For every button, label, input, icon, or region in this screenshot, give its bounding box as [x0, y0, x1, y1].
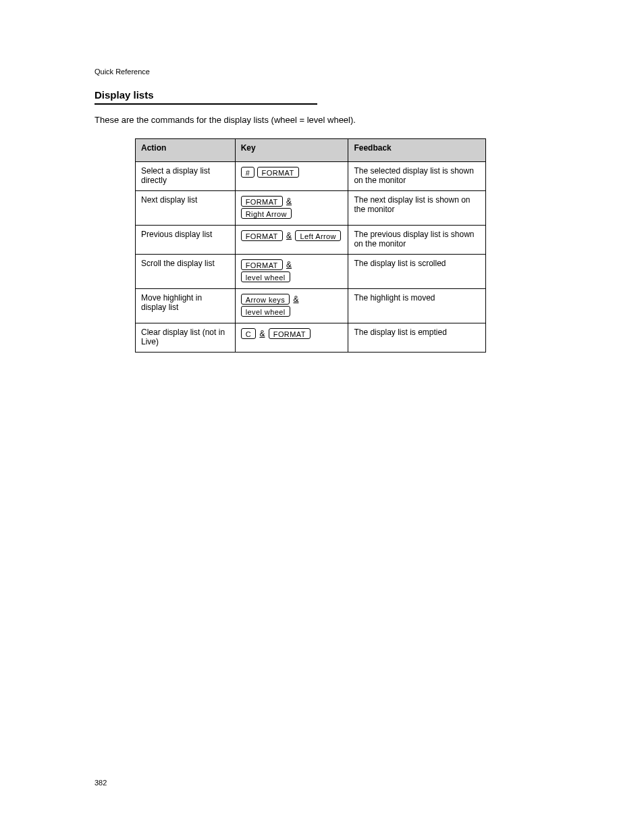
section-title: Display lists — [95, 89, 549, 101]
ampersand: & — [286, 260, 292, 269]
col-header-feedback: Feedback — [348, 138, 486, 161]
ampersand: & — [293, 294, 298, 304]
page-number: 382 — [95, 779, 107, 787]
cell-action: Clear display list (not in Live) — [136, 323, 236, 352]
table-row: Move highlight in display listArrow keys… — [136, 288, 486, 323]
keycap: FORMAT — [257, 167, 299, 178]
cell-feedback: The display list is scrolled — [348, 254, 486, 288]
title-rule — [95, 103, 317, 105]
ampersand: & — [286, 231, 292, 240]
keycap: level wheel — [241, 306, 290, 317]
cell-action: Previous display list — [136, 225, 236, 254]
keycap: C — [241, 328, 256, 339]
intro-text: These are the commands for the display l… — [95, 114, 549, 126]
cell-key: Arrow keys & level wheel — [235, 288, 348, 323]
cell-action: Next display list — [136, 190, 236, 225]
cell-key: FORMAT & level wheel — [235, 254, 348, 288]
keycap: Right Arrow — [241, 208, 292, 219]
keycap: FORMAT — [269, 328, 311, 339]
cell-feedback: The selected display list is shown on th… — [348, 161, 486, 190]
keycap: Left Arrow — [295, 230, 341, 241]
keycap: # — [241, 167, 255, 178]
ampersand: & — [286, 197, 292, 206]
cell-feedback: The highlight is moved — [348, 288, 486, 323]
table-row: Select a display list directly# FORMAT T… — [136, 161, 486, 190]
keycap: FORMAT — [241, 196, 283, 207]
cell-feedback: The display list is emptied — [348, 323, 486, 352]
col-header-key: Key — [235, 138, 348, 161]
table-body: Select a display list directly# FORMAT T… — [136, 161, 486, 352]
cell-key: C & FORMAT — [235, 323, 348, 352]
keycap: FORMAT — [241, 259, 283, 270]
running-head: Quick Reference — [95, 68, 549, 76]
cell-action: Select a display list directly — [136, 161, 236, 190]
ampersand: & — [259, 329, 265, 338]
cell-key: FORMAT & Right Arrow — [235, 190, 348, 225]
keycap: FORMAT — [241, 230, 283, 241]
keycap: Arrow keys — [241, 294, 290, 305]
cell-action: Move highlight in display list — [136, 288, 236, 323]
cell-feedback: The next display list is shown on the mo… — [348, 190, 486, 225]
table-row: Scroll the display listFORMAT & level wh… — [136, 254, 486, 288]
table-row: Clear display list (not in Live)C & FORM… — [136, 323, 486, 352]
cell-key: # FORMAT — [235, 161, 348, 190]
cell-action: Scroll the display list — [136, 254, 236, 288]
cell-feedback: The previous display list is shown on th… — [348, 225, 486, 254]
cell-key: FORMAT & Left Arrow — [235, 225, 348, 254]
commands-table: Action Key Feedback Select a display lis… — [135, 138, 486, 353]
keycap: level wheel — [241, 271, 290, 282]
table-row: Previous display listFORMAT & Left Arrow… — [136, 225, 486, 254]
col-header-action: Action — [136, 138, 236, 161]
table-row: Next display listFORMAT & Right Arrow Th… — [136, 190, 486, 225]
